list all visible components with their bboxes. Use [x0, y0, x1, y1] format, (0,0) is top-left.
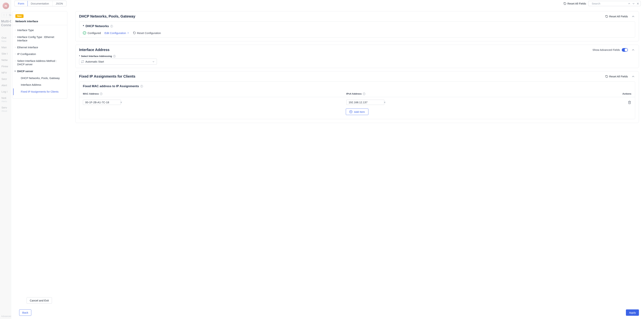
reset-all-fixedip-label: Reset All Fields	[609, 75, 628, 78]
advanced-switch[interactable]	[622, 48, 628, 52]
addressing-select-value: Automatic Start	[86, 60, 104, 63]
tab-form[interactable]: Form	[14, 1, 28, 6]
chevron-up-icon	[631, 48, 635, 52]
status-configured-label: Configured	[88, 31, 101, 34]
card-interface-address: Interface Address Show Advanced Fields *	[75, 45, 639, 68]
tab-json[interactable]: JSON	[52, 1, 66, 6]
chevron-right-icon	[127, 32, 130, 34]
dhcp-networks-inner: * DHCP Networks i Configured Edit Config	[79, 21, 635, 38]
content-scroll[interactable]: DHCP Networks, Pools, Gateway Reset All …	[67, 7, 644, 307]
fixed-ip-inner: Fixed MAC address to IP Assignments i MA…	[79, 81, 635, 119]
outline-panel: New Network interface Interface Type Int…	[11, 7, 67, 307]
undo-icon	[605, 15, 608, 18]
edit-configuration-link[interactable]: Edit Configuration	[104, 31, 129, 34]
outline-item-select-address-method[interactable]: Select Interface Address Method : DHCP s…	[12, 58, 67, 68]
swap-icon	[81, 60, 84, 63]
mac-input[interactable]	[85, 101, 120, 104]
card-dhcp-networks: DHCP Networks, Pools, Gateway Reset All …	[75, 11, 639, 41]
info-icon[interactable]: i	[100, 93, 102, 95]
delete-row-icon[interactable]	[628, 101, 631, 104]
outline-item-interface-address[interactable]: Interface Address	[12, 81, 67, 88]
view-mode-tabs: Form Documentation JSON	[14, 1, 66, 6]
card-title-fixedip: Fixed IP Assignments for Clients	[79, 74, 135, 78]
status-configured: Configured	[83, 31, 101, 34]
undo-icon	[605, 75, 608, 78]
fixed-ip-row	[79, 97, 635, 107]
plus-circle-icon	[349, 110, 352, 113]
col-actions: Actions	[610, 92, 631, 95]
outline-title: Network interface	[16, 20, 64, 23]
outline-item-ip-configuration[interactable]: IP Configuration	[12, 51, 67, 58]
clear-ipv4-icon[interactable]	[384, 101, 386, 104]
undo-icon	[564, 2, 566, 5]
card-title-ifaddr: Interface Address	[79, 48, 110, 52]
undo-icon	[133, 31, 136, 34]
outline-item-dhcp-server[interactable]: DHCP server	[12, 68, 67, 75]
reset-all-fields-top[interactable]: Reset All Fields	[564, 2, 586, 5]
reset-configuration-link[interactable]: Reset Configuration	[133, 31, 161, 34]
outline-item-dhcp-networks[interactable]: DHCP Networks, Pools, Gateway	[12, 75, 67, 82]
dhcp-networks-label: DHCP Networks	[86, 24, 109, 28]
fixed-ip-subhead-label: Fixed MAC address to IP Assignments	[83, 84, 139, 88]
card-fixed-ip: Fixed IP Assignments for Clients Reset A…	[75, 71, 639, 123]
check-circle-icon	[83, 31, 86, 34]
info-icon[interactable]: i	[110, 25, 113, 27]
chevron-down-icon	[152, 60, 155, 63]
col-ipv4: IPv4 Address i	[346, 92, 610, 95]
config-modal: Form Documentation JSON Reset All Fields…	[11, 0, 644, 319]
reset-all-dhcp[interactable]: Reset All Fields	[605, 15, 628, 18]
reset-configuration-label: Reset Configuration	[137, 31, 161, 34]
tab-documentation[interactable]: Documentation	[28, 1, 52, 6]
reset-all-label: Reset All Fields	[568, 2, 586, 5]
col-mac: MAC Address i	[83, 92, 346, 95]
outline-item-fixed-ip[interactable]: Fixed IP Assignments for Clients	[13, 88, 67, 95]
info-icon[interactable]: i	[140, 85, 143, 87]
show-advanced-label: Show Advanced Fields	[592, 48, 620, 51]
bottom-bar: Back Apply	[11, 307, 644, 319]
edit-configuration-label: Edit Configuration	[104, 31, 126, 34]
outline-item-interface-config-type[interactable]: Interface Config Type : Ethernet Interfa…	[12, 34, 67, 44]
mac-input-wrap	[83, 100, 121, 105]
search-box[interactable]	[588, 1, 641, 6]
topbar: Form Documentation JSON Reset All Fields	[11, 0, 644, 7]
ipv4-input-wrap	[346, 100, 384, 105]
add-item-label: Add Item	[354, 110, 365, 113]
field-label-text: Select Interface Addressing	[81, 55, 112, 57]
fixed-ip-table-head: MAC Address i IPv4 Address i Actions	[79, 91, 635, 97]
field-label-addressing: * Select Interface Addressing i	[79, 55, 635, 59]
cancel-and-exit-button[interactable]: Cancel and Exit	[26, 297, 52, 304]
outline-tree: Interface Type Interface Config Type : E…	[12, 25, 67, 98]
outline-card: New Network interface Interface Type Int…	[12, 11, 67, 99]
required-star: *	[79, 55, 80, 57]
back-button[interactable]: Back	[19, 310, 31, 316]
info-icon[interactable]: i	[113, 55, 116, 57]
add-item-button[interactable]: Add Item	[346, 108, 368, 115]
search-next-icon[interactable]	[632, 2, 635, 5]
reset-all-dhcp-label: Reset All Fields	[609, 15, 628, 18]
chevron-up-icon	[631, 74, 635, 78]
search-prev-icon[interactable]	[628, 2, 631, 5]
clear-mac-icon[interactable]	[120, 101, 122, 104]
search-input[interactable]	[591, 2, 626, 5]
required-star: *	[83, 24, 84, 28]
outline-item-interface-type[interactable]: Interface Type	[12, 27, 67, 34]
collapse-toggle-fixedip[interactable]	[631, 74, 635, 78]
outline-item-ethernet-interface[interactable]: Ethernet Interface	[12, 44, 67, 51]
card-title-dhcp: DHCP Networks, Pools, Gateway	[79, 14, 135, 18]
collapse-toggle-dhcp[interactable]	[631, 14, 635, 18]
chevron-up-icon	[631, 14, 635, 18]
show-advanced-toggle: Show Advanced Fields	[592, 48, 628, 52]
info-icon[interactable]: i	[363, 93, 365, 95]
addressing-select[interactable]: Automatic Start	[79, 59, 157, 64]
fixed-ip-subhead: Fixed MAC address to IP Assignments i	[79, 84, 635, 91]
collapse-toggle-ifaddr[interactable]	[631, 48, 635, 52]
new-badge: New	[16, 14, 24, 18]
reset-all-fixedip[interactable]: Reset All Fields	[605, 75, 628, 78]
search-close-icon[interactable]	[636, 2, 640, 5]
ipv4-input[interactable]	[348, 101, 384, 104]
dhcp-networks-subhead: * DHCP Networks i	[83, 24, 631, 28]
apply-button[interactable]: Apply	[626, 310, 639, 316]
